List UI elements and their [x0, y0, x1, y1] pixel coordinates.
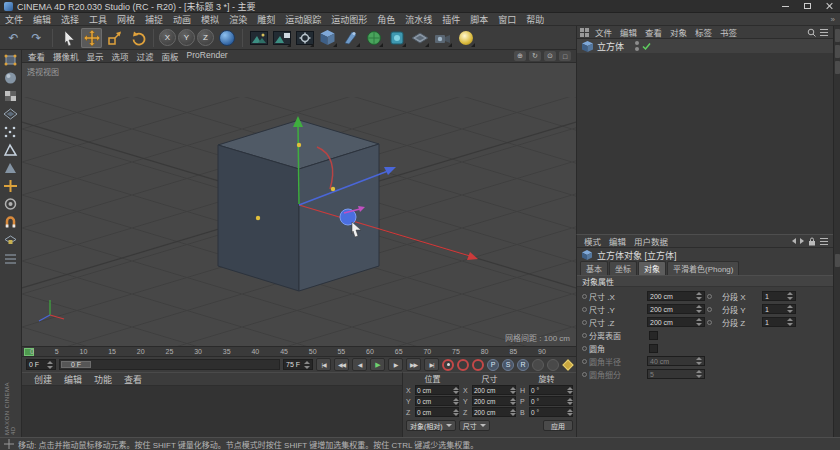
keyframe-rotation-toggle[interactable]: R — [517, 359, 529, 371]
workplane-lock-button[interactable] — [2, 233, 19, 247]
make-editable-button[interactable] — [2, 53, 19, 67]
stepper-icon[interactable] — [453, 387, 457, 394]
viewport-menu-item[interactable]: 摄像机 — [49, 50, 83, 62]
stepper-icon[interactable] — [510, 398, 514, 405]
goto-start-button[interactable]: |◀ — [316, 358, 331, 371]
render-settings-button[interactable] — [294, 28, 315, 48]
tab-coordinates[interactable]: 坐标 — [609, 261, 637, 275]
keyframe-position-toggle[interactable]: P — [487, 359, 499, 371]
stepper-icon[interactable] — [787, 318, 793, 326]
keyframe-scale-toggle[interactable]: S — [502, 359, 514, 371]
maximize-button[interactable] — [796, 0, 818, 12]
tab-object[interactable]: 对象 — [638, 261, 666, 275]
keyframe-dot-icon[interactable] — [707, 320, 712, 325]
viewport-menu-item[interactable]: 选项 — [108, 50, 133, 62]
next-key-button[interactable]: ▶▶ — [406, 358, 421, 371]
edges-mode-button[interactable] — [2, 143, 19, 157]
lock-icon[interactable] — [808, 237, 816, 246]
stepper-icon[interactable] — [567, 387, 571, 394]
size-input[interactable]: 200 cm — [647, 304, 705, 314]
lock-x-axis-button[interactable]: X — [159, 29, 176, 46]
menubar-item[interactable]: 帮助 — [521, 13, 549, 26]
size-input[interactable]: 200 cm — [647, 317, 705, 327]
model-mode-button[interactable] — [2, 71, 19, 85]
stepper-icon[interactable] — [304, 361, 310, 369]
tab-basic[interactable]: 基本 — [580, 261, 608, 275]
polygons-mode-button[interactable] — [2, 161, 19, 175]
enable-axis-button[interactable] — [2, 179, 19, 193]
object-tree[interactable]: 立方体 — [577, 39, 833, 234]
record-keyframe-button[interactable] — [442, 359, 454, 371]
segments-input[interactable]: 1 — [762, 291, 796, 301]
keyframe-parameter-toggle[interactable] — [532, 359, 544, 371]
stepper-icon[interactable] — [787, 305, 793, 313]
menubar-item[interactable]: 角色 — [372, 13, 400, 26]
keyframe-dot-icon[interactable] — [582, 346, 587, 351]
coordinate-system-button[interactable] — [216, 28, 237, 48]
size-input[interactable]: 200 cm — [647, 291, 705, 301]
layout-tab[interactable] — [835, 45, 840, 58]
key-icon[interactable] — [562, 359, 573, 370]
pan-view-icon[interactable]: ⊕ — [514, 51, 526, 61]
menubar-item[interactable]: 模拟 — [196, 13, 224, 26]
current-frame-input[interactable]: 0 F — [26, 359, 56, 370]
stepper-icon[interactable] — [696, 318, 702, 326]
history-forward-icon[interactable] — [800, 238, 804, 244]
menubar-item[interactable]: 流水线 — [400, 13, 437, 26]
history-back-icon[interactable] — [792, 238, 796, 244]
viewport-menu-item[interactable]: ProRender — [183, 50, 232, 62]
keyframe-dot-icon[interactable] — [707, 307, 712, 312]
menubar-item[interactable]: 动画 — [168, 13, 196, 26]
material-menu-item[interactable]: 创建 — [28, 373, 58, 386]
move-tool[interactable] — [81, 28, 102, 48]
keyframe-selection-button[interactable] — [472, 359, 484, 371]
stepper-icon[interactable] — [453, 409, 457, 416]
camera-button[interactable] — [432, 28, 453, 48]
viewport-solo-button[interactable] — [2, 197, 19, 211]
menubar-item[interactable]: 插件 — [437, 13, 465, 26]
material-menu-item[interactable]: 编辑 — [58, 373, 88, 386]
segments-input[interactable]: 1 — [762, 317, 796, 327]
autokeying-button[interactable] — [457, 359, 469, 371]
viewport-menu-item[interactable]: 查看 — [24, 50, 49, 62]
render-visibility-dot[interactable] — [635, 47, 639, 51]
workplane-mode-button[interactable] — [2, 107, 19, 121]
menubar-item[interactable]: 编辑 — [28, 13, 56, 26]
timeline-slider-handle[interactable]: 0 F — [61, 361, 91, 368]
spline-pen-button[interactable] — [340, 28, 361, 48]
fillet-checkbox[interactable] — [649, 344, 658, 353]
enabled-check-icon[interactable] — [642, 42, 651, 51]
stepper-icon[interactable] — [787, 292, 793, 300]
menubar-item[interactable]: 窗口 — [493, 13, 521, 26]
visibility-dots[interactable] — [635, 41, 639, 51]
size-input[interactable]: 200 cm — [472, 407, 516, 417]
render-view-button[interactable] — [248, 28, 269, 48]
render-to-picture-viewer-button[interactable] — [271, 28, 292, 48]
viewport-menu-item[interactable]: 过滤 — [133, 50, 158, 62]
volume-builder-button[interactable] — [386, 28, 407, 48]
stepper-icon[interactable] — [567, 409, 571, 416]
rotation-input[interactable]: 0 ° — [529, 407, 573, 417]
filter-menu-icon[interactable] — [820, 32, 828, 33]
menubar-item[interactable]: 运动图形 — [326, 13, 372, 26]
timeline-ruler[interactable]: 051015202530354045505560657075808590 — [22, 346, 576, 357]
menubar-item[interactable]: 工具 — [84, 13, 112, 26]
menu-overflow-icon[interactable]: » — [831, 15, 840, 24]
timeline-slider[interactable]: 0 F — [59, 359, 280, 370]
layout-tab[interactable] — [835, 254, 840, 267]
undo-button[interactable]: ↶ — [3, 28, 24, 48]
keyframe-dot-icon[interactable] — [582, 294, 587, 299]
end-frame-input[interactable]: 75 F — [283, 359, 313, 370]
object-properties-section[interactable]: 对象属性 — [577, 275, 833, 287]
material-menu-item[interactable]: 查看 — [118, 373, 148, 386]
toggle-view-icon[interactable]: □ — [559, 51, 571, 61]
attribute-menu-item[interactable]: 编辑 — [605, 235, 630, 247]
search-icon[interactable] — [807, 28, 816, 37]
stepper-icon[interactable] — [453, 398, 457, 405]
size-mode-select[interactable]: 尺寸 — [459, 420, 490, 431]
panel-menu-icon[interactable] — [820, 241, 828, 242]
stepper-icon[interactable] — [47, 361, 53, 369]
menubar-item[interactable]: 捕捉 — [140, 13, 168, 26]
zoom-view-icon[interactable]: ⊙ — [544, 51, 556, 61]
stepper-icon[interactable] — [510, 387, 514, 394]
